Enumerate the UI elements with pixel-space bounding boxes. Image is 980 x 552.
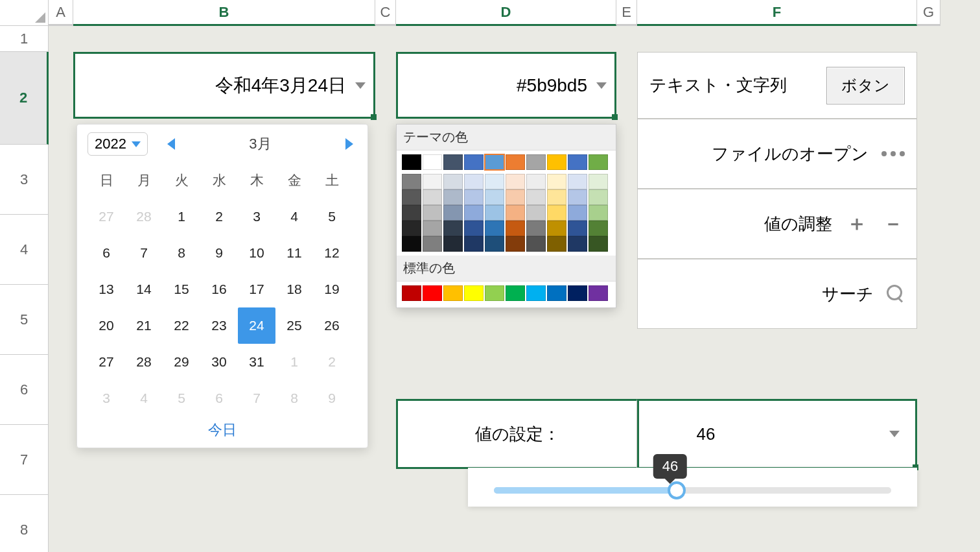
year-select[interactable]: 2022 <box>88 132 148 156</box>
calendar-day[interactable]: 8 <box>163 235 200 271</box>
calendar-day[interactable]: 23 <box>200 307 238 344</box>
color-swatch[interactable] <box>464 205 484 221</box>
calendar-day[interactable]: 5 <box>163 380 200 416</box>
action-button[interactable]: ボタン <box>826 67 905 104</box>
color-swatch[interactable] <box>464 189 484 205</box>
calendar-day[interactable]: 3 <box>88 380 125 416</box>
col-header-a[interactable]: A <box>49 0 73 26</box>
calendar-day[interactable]: 28 <box>125 198 163 235</box>
col-header-d[interactable]: D <box>396 0 616 26</box>
calendar-day[interactable]: 11 <box>275 235 313 271</box>
color-swatch[interactable] <box>402 154 421 170</box>
color-swatch[interactable] <box>506 221 525 236</box>
color-swatch[interactable] <box>568 221 587 236</box>
color-swatch[interactable] <box>547 285 566 301</box>
color-swatch[interactable] <box>506 285 525 301</box>
color-swatch[interactable] <box>526 154 546 170</box>
calendar-day[interactable]: 1 <box>275 344 313 380</box>
calendar-day[interactable]: 9 <box>313 380 351 416</box>
calendar-day[interactable]: 18 <box>275 271 313 307</box>
calendar-day[interactable]: 15 <box>163 271 200 307</box>
calendar-day[interactable]: 10 <box>238 235 275 271</box>
color-swatch[interactable] <box>547 205 566 221</box>
color-swatch[interactable] <box>526 236 546 252</box>
calendar-day[interactable]: 3 <box>238 198 275 235</box>
color-swatch[interactable] <box>402 205 421 221</box>
color-swatch[interactable] <box>485 221 504 236</box>
color-swatch[interactable] <box>443 285 463 301</box>
color-swatch[interactable] <box>547 154 566 170</box>
row-header-4[interactable]: 4 <box>0 215 49 285</box>
calendar-day[interactable]: 31 <box>238 344 275 380</box>
color-swatch[interactable] <box>402 236 421 252</box>
col-header-b[interactable]: B <box>73 0 375 26</box>
color-swatch[interactable] <box>485 236 504 252</box>
color-swatch[interactable] <box>443 174 463 189</box>
color-swatch[interactable] <box>568 154 587 170</box>
file-open-cell[interactable]: ファイルのオープン <box>637 119 917 189</box>
color-swatch[interactable] <box>464 154 484 170</box>
color-swatch[interactable] <box>464 285 484 301</box>
row-header-7[interactable]: 7 <box>0 425 49 495</box>
value-label-cell[interactable]: 値の設定： <box>396 399 637 469</box>
color-swatch[interactable] <box>589 189 608 205</box>
calendar-day[interactable]: 30 <box>200 344 238 380</box>
calendar-day[interactable]: 28 <box>125 344 163 380</box>
col-header-f[interactable]: F <box>637 0 917 26</box>
col-header-e[interactable]: E <box>616 0 637 26</box>
slider-track[interactable]: 46 <box>494 487 891 494</box>
date-picker-cell[interactable]: 令和4年3月24日 <box>73 52 375 119</box>
color-swatch[interactable] <box>568 285 587 301</box>
next-month-icon[interactable] <box>345 138 353 150</box>
color-swatch[interactable] <box>526 221 546 236</box>
color-swatch[interactable] <box>526 205 546 221</box>
color-swatch[interactable] <box>506 189 525 205</box>
col-header-g[interactable]: G <box>917 0 940 26</box>
color-swatch[interactable] <box>423 285 442 301</box>
color-swatch[interactable] <box>485 205 504 221</box>
color-swatch[interactable] <box>423 154 442 170</box>
color-picker-cell[interactable]: #5b9bd5 <box>396 52 616 119</box>
color-swatch[interactable] <box>464 174 484 189</box>
color-swatch[interactable] <box>423 174 442 189</box>
color-swatch[interactable] <box>443 189 463 205</box>
color-swatch[interactable] <box>485 285 504 301</box>
color-swatch[interactable] <box>443 221 463 236</box>
color-swatch[interactable] <box>526 189 546 205</box>
color-swatch[interactable] <box>547 189 566 205</box>
row-header-8[interactable]: 8 <box>0 495 49 552</box>
color-swatch[interactable] <box>589 174 608 189</box>
calendar-day[interactable]: 27 <box>88 344 125 380</box>
color-swatch[interactable] <box>485 174 504 189</box>
color-swatch[interactable] <box>402 221 421 236</box>
row-header-2[interactable]: 2 <box>0 52 49 145</box>
color-swatch[interactable] <box>568 236 587 252</box>
color-swatch[interactable] <box>423 189 442 205</box>
plus-icon[interactable]: ＋ <box>845 210 869 238</box>
color-swatch[interactable] <box>423 221 442 236</box>
color-swatch[interactable] <box>568 174 587 189</box>
color-swatch[interactable] <box>485 189 504 205</box>
color-swatch[interactable] <box>526 285 546 301</box>
color-swatch[interactable] <box>443 236 463 252</box>
row-header-5[interactable]: 5 <box>0 285 49 355</box>
color-swatch[interactable] <box>402 174 421 189</box>
color-swatch[interactable] <box>547 174 566 189</box>
calendar-day[interactable]: 2 <box>200 198 238 235</box>
selection-handle[interactable] <box>371 114 377 120</box>
color-swatch[interactable] <box>589 221 608 236</box>
slider-thumb[interactable]: 46 <box>668 481 686 499</box>
color-swatch[interactable] <box>547 221 566 236</box>
color-swatch[interactable] <box>423 205 442 221</box>
calendar-day[interactable]: 16 <box>200 271 238 307</box>
calendar-day[interactable]: 20 <box>88 307 125 344</box>
calendar-day[interactable]: 5 <box>313 198 351 235</box>
row-header-3[interactable]: 3 <box>0 145 49 215</box>
calendar-day[interactable]: 8 <box>275 380 313 416</box>
color-swatch[interactable] <box>526 174 546 189</box>
color-swatch[interactable] <box>506 205 525 221</box>
calendar-day[interactable]: 1 <box>163 198 200 235</box>
calendar-day[interactable]: 26 <box>313 307 351 344</box>
color-swatch[interactable] <box>464 221 484 236</box>
calendar-day[interactable]: 13 <box>88 271 125 307</box>
